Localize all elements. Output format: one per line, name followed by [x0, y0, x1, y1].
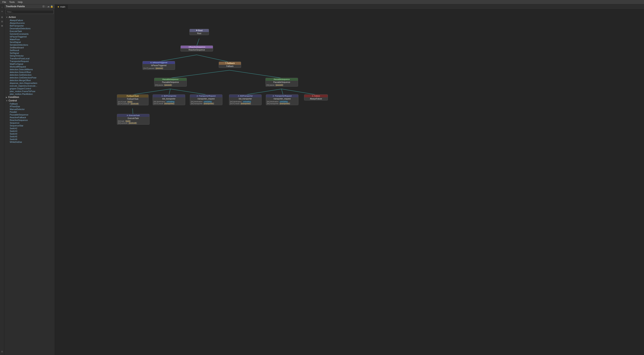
item-manualselector[interactable]: ManualSelector [4, 108, 55, 111]
node-pausable-seq-right[interactable]: PausableSequence PausableSequence [IN] p… [266, 78, 298, 87]
node-execute-task[interactable]: A: ExecuteTask ExecuteTask [IN] task {ta… [117, 114, 150, 125]
port-trr-trans-label: [IN] transporter [267, 103, 278, 105]
item-detectoffset[interactable]: detection.DetectOffset [4, 71, 55, 74]
item-bidtransporter[interactable]: BidTransporter [4, 24, 55, 27]
item-alwayssuccess[interactable]: AlwaysSuccess [4, 22, 55, 24]
item-parallel[interactable]: Parallel [4, 111, 55, 113]
item-planmotion[interactable]: plan_motion.PlanMotion [4, 93, 55, 95]
item-executetask[interactable]: ExecuteTask [4, 30, 55, 33]
icon-view2[interactable]: ⊟ [0, 20, 4, 24]
port-trr-dest: [IN] destination unloading [267, 101, 298, 103]
port-btr-result: [OUT] result {transporter} [230, 103, 260, 105]
svg-line-11 [132, 108, 133, 114]
item-setresult[interactable]: SetResult [4, 49, 55, 52]
icon-view1[interactable]: ⊞ [0, 15, 4, 19]
svg-line-2 [197, 55, 230, 62]
item-detectallitems[interactable]: detection.DetectAllItems [4, 68, 55, 71]
item-executetrajectory[interactable]: execute_trajectory.Execute... [4, 85, 55, 87]
node-bid-trans-left[interactable]: A: BidTransporter bid_transporter [IN] d… [152, 94, 185, 105]
node-trans-req-left[interactable]: A: TransporterRequest transporter_reques… [190, 94, 222, 105]
svg-line-1 [159, 55, 197, 62]
node-reactive-sequence[interactable]: ↠ReactiveSequence ReactiveSequence [180, 46, 213, 52]
node-trans-req-left-ports: [IN] destination unloading [IN] transpor… [190, 100, 222, 105]
menu-tools[interactable]: Tools [8, 1, 16, 4]
port-psql-in: [IN] pause {paused} [155, 84, 186, 86]
node-for-each-task[interactable]: ForEachTask ForEachTask [OUT] task {task… [117, 94, 148, 105]
category-action[interactable]: ▼ Action [4, 16, 55, 19]
item-alwaysfailure[interactable]: AlwaysFailure [4, 19, 55, 22]
node-fallback-header: ? Fallback [219, 62, 241, 65]
icon-tree[interactable]: ≡ [0, 9, 4, 13]
node-is-pause-ports: [OUT] paused {paused} [143, 67, 175, 70]
port-btl-result-label: [OUT] result [154, 103, 163, 105]
category-control-label: Control [8, 99, 17, 102]
arrow-condition: ▶ [6, 96, 8, 98]
port-trr-dest-label: [IN] destination [267, 101, 278, 103]
item-mergeoffset[interactable]: detection.MergeOffset [4, 79, 55, 82]
port-psql-value: {paused} [164, 84, 172, 86]
item-stringtovector[interactable]: StringToVector [4, 55, 55, 57]
item-getdetectionpose[interactable]: detection.GetDetectionPose [4, 76, 55, 79]
item-sequencestar[interactable]: SequenceStar [4, 124, 55, 127]
sidebar-icon-lock[interactable]: 🔒 [50, 5, 53, 8]
item-ifthenelse[interactable]: IfThenElse [4, 105, 55, 108]
port-trr-trans: [IN] transporter {transporter} [267, 103, 298, 105]
node-bid-trans-right[interactable]: A: BidTransporter bid_transporter [IN] d… [229, 94, 262, 105]
item-reactivefallback[interactable]: ReactiveFallback [4, 116, 55, 119]
node-is-pause-triggered[interactable]: A: IsPauseTriggered IsPauseTriggered [OU… [142, 61, 175, 70]
node-always-failure[interactable]: A: Failure AlwaysFailure [304, 94, 328, 101]
item-reactivesequence[interactable]: ReactiveSequence [4, 119, 55, 122]
item-ispausetriggered[interactable]: IsPauseTriggered [4, 35, 55, 38]
node-pausable-seq-left-ports: [IN] pause {paused} [154, 84, 186, 86]
item-grippercontrol[interactable]: gripper.GripperControl [4, 87, 55, 90]
node-pausable-seq-left[interactable]: PausableSequence PausableSequence [IN] p… [154, 78, 187, 87]
item-waitforsignal[interactable]: WaitForSignal [4, 63, 55, 65]
category-control[interactable]: ▼ Control [4, 99, 55, 102]
port-trl-dest-value: unloading [203, 101, 212, 103]
item-fallback[interactable]: Fallback [4, 102, 55, 105]
icon-dots[interactable]: ⊙ [0, 349, 4, 353]
item-setblackboard[interactable]: SetBlackboard [4, 46, 55, 49]
item-whileDoElse[interactable]: WhileDoElse [4, 141, 55, 143]
node-bid-trans-right-header: A: BidTransporter [229, 95, 262, 97]
item-deserializedetections[interactable]: DeserializeDetections [4, 27, 55, 30]
canvas[interactable]: ⚑ Root Root ↠ReactiveSequence ReactiveSe… [55, 9, 644, 355]
item-makepose[interactable]: MakePose [4, 38, 55, 41]
node-root[interactable]: ⚑ Root Root [190, 29, 209, 35]
node-trans-req-right-ports: [IN] destination unloading [IN] transpor… [266, 100, 298, 105]
port-btr-result-label: [OUT] result [230, 103, 240, 105]
item-pausablesequence[interactable]: PausableSequence [4, 113, 55, 116]
item-setsignal[interactable]: SetSignal [4, 52, 55, 55]
node-fallback[interactable]: ? Fallback Fallback [219, 62, 241, 68]
menu-file[interactable]: File [1, 1, 8, 4]
item-frametopose[interactable]: plan_motion.FrameToPose [4, 90, 55, 93]
item-transporterrequest[interactable]: TransporterRequest [4, 60, 55, 63]
tab-main[interactable]: ★ main [55, 5, 68, 9]
item-transformposelocal[interactable]: TransformPoseLocal [4, 57, 55, 60]
icon-view3[interactable]: ⊠ [0, 24, 4, 28]
item-switch4[interactable]: Switch4 [4, 132, 55, 135]
node-trans-req-left-header: A: TransporterRequest [190, 95, 222, 97]
arrow-action: ▼ [6, 16, 8, 18]
item-getdetection[interactable]: detection.GetDetection [4, 74, 55, 76]
menu-help[interactable]: Help [16, 1, 24, 4]
sidebar-icon-minimize[interactable]: ⊡ [42, 5, 44, 8]
item-switch6[interactable]: Switch6 [4, 138, 55, 141]
svg-line-9 [282, 89, 283, 95]
sidebar-icon-download[interactable]: ↓ [45, 5, 46, 8]
sidebar-icon-cloud[interactable]: ☁ [47, 5, 50, 8]
node-execute-task-ports: [IN] task {task} [IN] workcell {workcell… [117, 120, 149, 124]
category-condition[interactable]: ▶ Condition [4, 95, 55, 99]
item-workcellrequest[interactable]: WorkcellRequest [4, 65, 55, 68]
item-switch2[interactable]: Switch2 [4, 127, 55, 130]
node-trans-req-right[interactable]: A: TransporterRequest transporter_reques… [266, 94, 298, 105]
item-sequence[interactable]: Sequence [4, 122, 55, 124]
item-switch5[interactable]: Switch5 [4, 135, 55, 138]
item-dispenseitem[interactable]: dispense_item.DispenseItem [4, 82, 55, 85]
item-getjointconstraints[interactable]: GetJointConstraints [4, 33, 55, 35]
item-switch3[interactable]: Switch3 [4, 130, 55, 132]
filter-input[interactable] [6, 10, 54, 14]
item-serializedetections[interactable]: SerializeDetections [4, 44, 55, 46]
item-sendsignal[interactable]: SendSignal [4, 41, 55, 44]
icon-home[interactable]: ⌂ [0, 5, 4, 9]
